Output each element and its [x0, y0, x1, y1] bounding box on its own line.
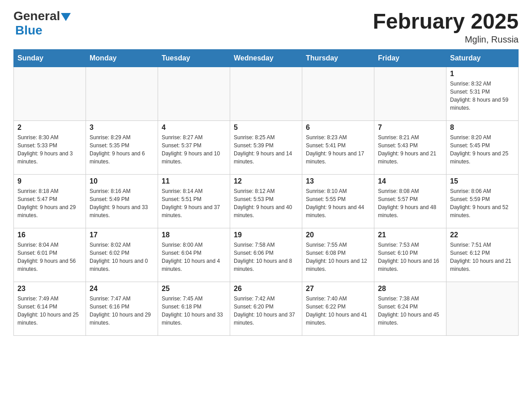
calendar-header-monday: Monday [86, 50, 158, 67]
calendar-day-cell: 24Sunrise: 7:47 AMSunset: 6:16 PMDayligh… [86, 282, 158, 336]
day-number: 24 [90, 285, 154, 293]
calendar-header-sunday: Sunday [14, 50, 86, 67]
calendar-day-cell: 4Sunrise: 8:27 AMSunset: 5:37 PMDaylight… [158, 121, 230, 175]
logo-blue-text: Blue [15, 23, 43, 37]
day-number: 8 [450, 124, 515, 132]
day-number: 16 [17, 231, 82, 239]
calendar-day-cell [86, 67, 158, 121]
day-info: Sunrise: 7:45 AMSunset: 6:18 PMDaylight:… [162, 295, 226, 327]
logo-triangle-icon [61, 13, 71, 21]
day-info: Sunrise: 8:06 AMSunset: 5:59 PMDaylight:… [450, 187, 515, 219]
calendar-day-cell: 10Sunrise: 8:16 AMSunset: 5:49 PMDayligh… [86, 175, 158, 228]
day-info: Sunrise: 7:42 AMSunset: 6:20 PMDaylight:… [234, 295, 298, 327]
day-number: 7 [378, 124, 442, 132]
calendar-day-cell: 13Sunrise: 8:10 AMSunset: 5:55 PMDayligh… [302, 175, 374, 228]
calendar-week-row: 9Sunrise: 8:18 AMSunset: 5:47 PMDaylight… [14, 175, 519, 228]
day-info: Sunrise: 8:25 AMSunset: 5:39 PMDaylight:… [234, 133, 298, 166]
day-number: 15 [450, 177, 515, 185]
day-info: Sunrise: 8:16 AMSunset: 5:49 PMDaylight:… [90, 187, 154, 219]
day-info: Sunrise: 7:55 AMSunset: 6:08 PMDaylight:… [306, 241, 370, 273]
calendar-day-cell [230, 67, 302, 121]
calendar-week-row: 1Sunrise: 8:32 AMSunset: 5:31 PMDaylight… [14, 67, 519, 121]
day-number: 10 [90, 177, 154, 185]
logo: General Blue [13, 9, 71, 38]
calendar-day-cell: 18Sunrise: 8:00 AMSunset: 6:04 PMDayligh… [158, 228, 230, 282]
day-info: Sunrise: 8:30 AMSunset: 5:33 PMDaylight:… [17, 133, 82, 166]
day-number: 23 [17, 285, 82, 293]
day-number: 5 [234, 124, 298, 132]
day-number: 14 [378, 177, 442, 185]
day-info: Sunrise: 8:10 AMSunset: 5:55 PMDaylight:… [306, 187, 370, 219]
calendar-header-saturday: Saturday [446, 50, 519, 67]
month-title: February 2025 [373, 9, 519, 34]
day-number: 26 [234, 285, 298, 293]
day-number: 18 [162, 231, 226, 239]
day-info: Sunrise: 8:04 AMSunset: 6:01 PMDaylight:… [17, 241, 82, 273]
calendar-day-cell: 8Sunrise: 8:20 AMSunset: 5:45 PMDaylight… [446, 121, 519, 175]
logo-general-text: General [13, 9, 60, 23]
day-info: Sunrise: 8:12 AMSunset: 5:53 PMDaylight:… [234, 187, 298, 219]
day-number: 13 [306, 177, 370, 185]
day-number: 28 [378, 285, 442, 293]
calendar-day-cell: 11Sunrise: 8:14 AMSunset: 5:51 PMDayligh… [158, 175, 230, 228]
calendar-header-wednesday: Wednesday [230, 50, 302, 67]
day-info: Sunrise: 8:21 AMSunset: 5:43 PMDaylight:… [378, 133, 442, 166]
calendar-day-cell: 28Sunrise: 7:38 AMSunset: 6:24 PMDayligh… [374, 282, 446, 336]
day-info: Sunrise: 8:27 AMSunset: 5:37 PMDaylight:… [162, 133, 226, 166]
calendar-day-cell: 3Sunrise: 8:29 AMSunset: 5:35 PMDaylight… [86, 121, 158, 175]
day-info: Sunrise: 8:18 AMSunset: 5:47 PMDaylight:… [17, 187, 82, 219]
calendar-header-tuesday: Tuesday [158, 50, 230, 67]
calendar-day-cell [14, 67, 86, 121]
calendar-day-cell: 27Sunrise: 7:40 AMSunset: 6:22 PMDayligh… [302, 282, 374, 336]
calendar-day-cell: 26Sunrise: 7:42 AMSunset: 6:20 PMDayligh… [230, 282, 302, 336]
day-info: Sunrise: 7:51 AMSunset: 6:12 PMDaylight:… [450, 241, 515, 273]
calendar-week-row: 23Sunrise: 7:49 AMSunset: 6:14 PMDayligh… [14, 282, 519, 336]
calendar-day-cell: 14Sunrise: 8:08 AMSunset: 5:57 PMDayligh… [374, 175, 446, 228]
calendar-day-cell: 19Sunrise: 7:58 AMSunset: 6:06 PMDayligh… [230, 228, 302, 282]
calendar-day-cell: 1Sunrise: 8:32 AMSunset: 5:31 PMDaylight… [446, 67, 519, 121]
day-number: 27 [306, 285, 370, 293]
calendar-table: SundayMondayTuesdayWednesdayThursdayFrid… [13, 49, 519, 336]
day-info: Sunrise: 8:23 AMSunset: 5:41 PMDaylight:… [306, 133, 370, 166]
day-info: Sunrise: 8:08 AMSunset: 5:57 PMDaylight:… [378, 187, 442, 219]
day-number: 25 [162, 285, 226, 293]
day-info: Sunrise: 7:38 AMSunset: 6:24 PMDaylight:… [378, 295, 442, 327]
day-info: Sunrise: 8:14 AMSunset: 5:51 PMDaylight:… [162, 187, 226, 219]
day-info: Sunrise: 7:47 AMSunset: 6:16 PMDaylight:… [90, 295, 154, 327]
day-info: Sunrise: 8:32 AMSunset: 5:31 PMDaylight:… [450, 80, 515, 112]
calendar-day-cell: 16Sunrise: 8:04 AMSunset: 6:01 PMDayligh… [14, 228, 86, 282]
day-info: Sunrise: 8:00 AMSunset: 6:04 PMDaylight:… [162, 241, 226, 273]
title-section: February 2025 Mglin, Russia [373, 9, 519, 45]
calendar-day-cell: 20Sunrise: 7:55 AMSunset: 6:08 PMDayligh… [302, 228, 374, 282]
day-number: 19 [234, 231, 298, 239]
calendar-week-row: 16Sunrise: 8:04 AMSunset: 6:01 PMDayligh… [14, 228, 519, 282]
day-info: Sunrise: 7:49 AMSunset: 6:14 PMDaylight:… [17, 295, 82, 327]
calendar-day-cell: 2Sunrise: 8:30 AMSunset: 5:33 PMDaylight… [14, 121, 86, 175]
calendar-day-cell: 21Sunrise: 7:53 AMSunset: 6:10 PMDayligh… [374, 228, 446, 282]
calendar-day-cell: 12Sunrise: 8:12 AMSunset: 5:53 PMDayligh… [230, 175, 302, 228]
day-info: Sunrise: 7:58 AMSunset: 6:06 PMDaylight:… [234, 241, 298, 273]
day-number: 20 [306, 231, 370, 239]
day-number: 3 [90, 124, 154, 132]
calendar-day-cell: 22Sunrise: 7:51 AMSunset: 6:12 PMDayligh… [446, 228, 519, 282]
calendar-header-friday: Friday [374, 50, 446, 67]
day-number: 21 [378, 231, 442, 239]
svg-marker-0 [61, 13, 71, 21]
calendar-day-cell [374, 67, 446, 121]
calendar-day-cell: 5Sunrise: 8:25 AMSunset: 5:39 PMDaylight… [230, 121, 302, 175]
day-number: 4 [162, 124, 226, 132]
day-number: 22 [450, 231, 515, 239]
calendar-header-thursday: Thursday [302, 50, 374, 67]
calendar-day-cell: 6Sunrise: 8:23 AMSunset: 5:41 PMDaylight… [302, 121, 374, 175]
calendar-week-row: 2Sunrise: 8:30 AMSunset: 5:33 PMDaylight… [14, 121, 519, 175]
day-info: Sunrise: 8:20 AMSunset: 5:45 PMDaylight:… [450, 133, 515, 166]
calendar-day-cell: 7Sunrise: 8:21 AMSunset: 5:43 PMDaylight… [374, 121, 446, 175]
calendar-day-cell [158, 67, 230, 121]
day-info: Sunrise: 8:02 AMSunset: 6:02 PMDaylight:… [90, 241, 154, 273]
calendar-header-row: SundayMondayTuesdayWednesdayThursdayFrid… [14, 50, 519, 67]
day-number: 12 [234, 177, 298, 185]
location-text: Mglin, Russia [373, 34, 519, 45]
calendar-day-cell: 15Sunrise: 8:06 AMSunset: 5:59 PMDayligh… [446, 175, 519, 228]
day-number: 11 [162, 177, 226, 185]
day-number: 2 [17, 124, 82, 132]
